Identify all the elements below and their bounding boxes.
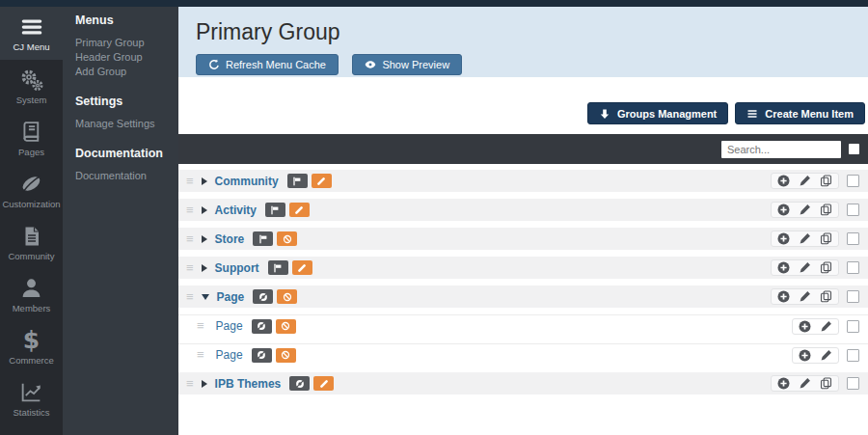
row-actions xyxy=(771,173,839,189)
expand-arrow-icon[interactable] xyxy=(202,177,207,185)
drag-handle-icon[interactable]: ≡ xyxy=(186,177,194,186)
table-row: ≡Community xyxy=(178,170,868,192)
expand-arrow-icon[interactable] xyxy=(202,380,207,388)
add-button[interactable] xyxy=(777,175,790,187)
drag-handle-icon[interactable]: ≡ xyxy=(197,321,204,331)
row-checkbox[interactable] xyxy=(847,204,859,216)
drag-handle-icon[interactable]: ≡ xyxy=(186,234,194,244)
row-checkbox[interactable] xyxy=(847,349,859,362)
edit-button[interactable] xyxy=(799,204,811,216)
copy-button[interactable] xyxy=(820,261,832,274)
copy-button[interactable] xyxy=(820,377,832,390)
sidebar-item-community[interactable]: Community xyxy=(0,216,63,268)
dollar-icon: $ xyxy=(19,328,44,353)
eye-slash-icon xyxy=(289,376,310,391)
main-content: Primary Group Refresh Menu Cache Show Pr… xyxy=(178,0,868,435)
row-actions xyxy=(771,231,839,247)
row-checkbox[interactable] xyxy=(847,290,859,303)
add-button[interactable] xyxy=(777,232,790,245)
menu-link[interactable]: Documentation xyxy=(75,169,178,182)
book-icon xyxy=(19,120,44,145)
menu-link[interactable]: Add Group xyxy=(75,65,178,78)
sidebar-item-statistics[interactable]: Statistics xyxy=(0,372,63,424)
copy-button[interactable] xyxy=(820,232,832,245)
groups-managment-label: Groups Managment xyxy=(617,108,717,120)
flag-icon xyxy=(287,174,308,188)
drag-handle-icon[interactable]: ≡ xyxy=(186,292,194,302)
row-label[interactable]: Page xyxy=(216,319,243,333)
edit-button[interactable] xyxy=(799,261,811,274)
search-input[interactable] xyxy=(721,141,841,158)
expand-arrow-icon[interactable] xyxy=(202,235,207,243)
flag-icon xyxy=(253,231,273,246)
chart-icon xyxy=(19,380,44,405)
sidebar-item-pages[interactable]: Pages xyxy=(0,112,63,164)
menu-section: MenusPrimary GroupHeader GroupAdd Group xyxy=(75,14,178,78)
menu-link[interactable]: Header Group xyxy=(75,50,178,64)
row-checkbox[interactable] xyxy=(847,175,859,187)
add-button[interactable] xyxy=(777,261,790,274)
expand-arrow-icon[interactable] xyxy=(202,206,207,214)
menu-link[interactable]: Manage Settings xyxy=(75,117,178,130)
copy-button[interactable] xyxy=(820,175,832,187)
table-row: ≡Store xyxy=(178,228,868,250)
row-checkbox[interactable] xyxy=(847,377,859,390)
refresh-menu-cache-button[interactable]: Refresh Menu Cache xyxy=(196,54,339,75)
sidebar-item-commerce[interactable]: $Commerce xyxy=(0,320,63,372)
create-menu-item-button[interactable]: Create Menu Item xyxy=(735,102,865,124)
sidebar-item-label: Community xyxy=(8,252,54,261)
row-label[interactable]: Store xyxy=(215,232,245,246)
menu-tree: ≡Community≡Activity≡Store≡Support≡Page≡P… xyxy=(178,164,868,394)
menu-link[interactable]: Primary Group xyxy=(75,36,178,49)
top-strip xyxy=(0,0,868,7)
edit-button[interactable] xyxy=(799,175,811,187)
drag-handle-icon[interactable]: ≡ xyxy=(186,263,194,273)
edit-button[interactable] xyxy=(820,349,832,362)
row-label[interactable]: Support xyxy=(215,261,259,275)
menu-section-title: Menus xyxy=(75,14,178,27)
create-menu-item-label: Create Menu Item xyxy=(765,108,854,120)
sidebar-item-cj-menu[interactable]: CJ Menu xyxy=(0,7,63,60)
row-label[interactable]: Community xyxy=(215,175,279,188)
add-button[interactable] xyxy=(777,290,790,303)
edit-button[interactable] xyxy=(799,232,811,245)
copy-button[interactable] xyxy=(820,290,832,303)
drag-handle-icon[interactable]: ≡ xyxy=(186,205,194,215)
copy-button[interactable] xyxy=(820,204,832,216)
sidebar-item-label: Customization xyxy=(2,200,60,209)
bars-icon xyxy=(746,108,758,120)
add-button[interactable] xyxy=(799,320,811,333)
flag-icon xyxy=(265,203,285,217)
sidebar-item-customization[interactable]: Customization xyxy=(0,164,63,216)
select-all-checkbox[interactable] xyxy=(849,144,859,154)
sidebar-item-label: Members xyxy=(13,304,51,313)
refresh-icon xyxy=(208,59,220,70)
groups-managment-button[interactable]: Groups Managment xyxy=(587,102,728,124)
add-button[interactable] xyxy=(777,204,790,216)
sidebar-item-members[interactable]: Members xyxy=(0,268,63,320)
app-sidebar: CJ MenuSystemPagesCustomizationCommunity… xyxy=(0,0,63,435)
row-checkbox[interactable] xyxy=(847,320,859,333)
edit-button[interactable] xyxy=(799,377,811,390)
sidebar-item-label: CJ Menu xyxy=(13,42,49,52)
show-preview-button[interactable]: Show Preview xyxy=(352,54,462,75)
eye-slash-icon xyxy=(252,319,272,334)
brush-icon xyxy=(313,376,334,391)
expand-arrow-icon[interactable] xyxy=(202,264,207,272)
sidebar-item-system[interactable]: System xyxy=(0,60,63,112)
row-checkbox[interactable] xyxy=(847,232,859,245)
brush-icon xyxy=(289,203,310,217)
collapse-arrow-icon[interactable] xyxy=(202,294,209,300)
row-label[interactable]: Page xyxy=(216,348,243,362)
drag-handle-icon[interactable]: ≡ xyxy=(186,379,194,389)
drag-handle-icon[interactable]: ≡ xyxy=(197,350,204,360)
row-label[interactable]: Activity xyxy=(215,204,257,217)
add-button[interactable] xyxy=(799,349,811,362)
row-label[interactable]: Page xyxy=(217,290,245,304)
add-button[interactable] xyxy=(777,377,790,390)
row-checkbox[interactable] xyxy=(847,261,859,274)
menu-section-title: Documentation xyxy=(75,147,178,160)
row-label[interactable]: IPB Themes xyxy=(215,377,282,391)
edit-button[interactable] xyxy=(799,290,811,303)
edit-button[interactable] xyxy=(820,320,832,333)
